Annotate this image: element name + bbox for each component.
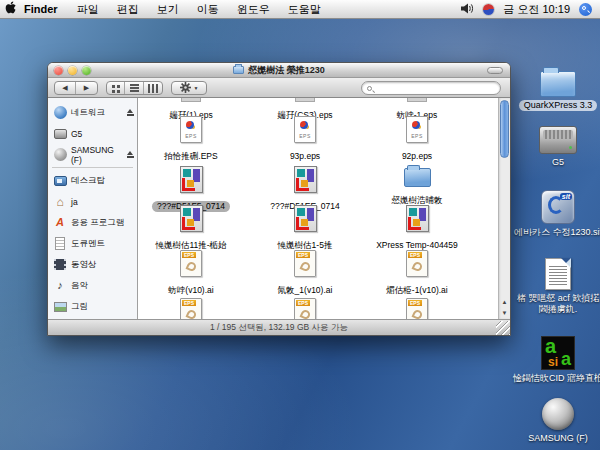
apple-menu[interactable] (0, 0, 22, 19)
desktop-icon-samsung[interactable]: SAMSUNG (F) (516, 398, 600, 444)
applications-icon: A (53, 216, 67, 230)
file-item[interactable]: EPS 93p.eps (253, 116, 357, 163)
quark-document-icon (294, 205, 317, 232)
clipped-file-icon (295, 98, 315, 102)
sidebar-item-g5[interactable]: G5 (48, 123, 137, 144)
scroll-up-arrow[interactable]: ▲ (502, 297, 508, 308)
list-view-icon (130, 84, 139, 86)
desktop-icon-label: 楮 煚嗈惄 acf 欫揁掿 閪捲虜釚. (514, 293, 600, 315)
hard-drive-icon (539, 126, 577, 154)
desktop-icon-label: 惍鍻恄欥CID 寣䋫直栣 (513, 373, 600, 384)
window-status-bar: 1 / 195 선택됨, 132.19 GB 사용 가능 (48, 319, 510, 335)
menu-go[interactable]: 이동 (188, 0, 228, 19)
window-title: 惄嬔樹法 榮推1230 (248, 64, 325, 77)
illustrator-eps-icon: EPS (180, 250, 202, 277)
titlebar-folder-icon (233, 66, 244, 74)
menu-view[interactable]: 보기 (148, 0, 188, 19)
file-item[interactable]: XPress Temp-404459 (365, 205, 469, 252)
sidebar-item-pictures[interactable]: 그림 (48, 296, 137, 317)
folder-icon (540, 71, 576, 97)
desktop-icon-cid-font[interactable]: asia 惍鍻恄欥CID 寣䋫直栣 (516, 336, 600, 384)
column-view-button[interactable] (144, 82, 162, 94)
forward-button[interactable]: ▶ (76, 82, 97, 94)
music-icon: ♪ (53, 279, 67, 293)
file-item[interactable]: EPS (365, 298, 469, 319)
menu-file[interactable]: 파일 (68, 0, 108, 19)
sidebar-label: 응용 프로그램 (71, 217, 124, 229)
icon-view-button[interactable] (107, 82, 125, 94)
sidebar-item-samsung[interactable]: SAMSUNG (F) (48, 144, 137, 165)
minimize-button[interactable] (68, 66, 77, 75)
gear-icon (180, 79, 191, 97)
search-input[interactable] (372, 83, 482, 93)
file-item[interactable]: 憢嬔樹估11推-楯始 (139, 205, 243, 252)
sidebar-label: SAMSUNG (F) (71, 145, 123, 165)
file-item[interactable]: 憢嬔樹估1-5推 (253, 205, 357, 252)
status-text: 1 / 195 선택됨, 132.19 GB 사용 가능 (210, 322, 348, 334)
desktop-icon-acf-document[interactable]: 楮 煚嗈惄 acf 欫揁掿 閪捲虜釚. (516, 258, 600, 315)
eps-file-icon: EPS (294, 116, 316, 143)
finder-window: 惄嬔樹法 榮推1230 ◀ ▶ ▼ (47, 62, 511, 336)
desktop-icon (53, 174, 67, 188)
file-item[interactable]: EPS (253, 298, 357, 319)
menu-edit[interactable]: 편집 (108, 0, 148, 19)
input-source-korean-flag-icon[interactable] (483, 4, 494, 15)
file-label: 拍恰推硎.EPS (159, 151, 222, 162)
desktop-icon-quarkxpress[interactable]: QuarkXPress 3.3 (516, 66, 600, 111)
sidebar-label: 그림 (71, 301, 88, 313)
resize-grip[interactable] (496, 321, 510, 335)
documents-icon (53, 237, 67, 251)
action-gear-button[interactable]: ▼ (171, 81, 207, 95)
file-list-area[interactable]: 媏孖(1).eps 媏孖(CS3).eps 蚄哱-1.eps EPS 拍恰推硎.… (138, 98, 510, 319)
window-titlebar[interactable]: 惄嬔樹法 榮推1230 (48, 63, 510, 78)
sidebar-item-documents[interactable]: 도큐멘트 (48, 233, 137, 254)
spotlight-icon[interactable] (579, 3, 592, 16)
file-item[interactable]: EPS (139, 298, 243, 319)
sidebar-item-applications[interactable]: A 응용 프로그램 (48, 212, 137, 233)
stuffit-archive-icon: sit (541, 190, 575, 224)
sidebar-item-home[interactable]: ⌂ ja (48, 191, 137, 212)
menu-bar-clock[interactable]: 금 오전 10:19 (503, 2, 570, 17)
file-item[interactable]: EPS 氝敇_1(v10).ai (253, 250, 357, 297)
sidebar-label: 동영상 (71, 259, 97, 271)
file-item[interactable]: EPS 92p.eps (365, 116, 469, 163)
icon-view-icon (112, 85, 115, 88)
desktop-icon-label: 에바카스 수정1230.sit (514, 227, 600, 238)
file-item[interactable]: EPS 煝估栕-1(v10).ai (365, 250, 469, 297)
sidebar-label: ja (71, 197, 78, 207)
sidebar-item-desktop[interactable]: 데스크탑 (48, 170, 137, 191)
text-document-icon (545, 258, 571, 290)
file-item[interactable]: EPS 拍恰推硎.EPS (139, 116, 243, 163)
vertical-scrollbar[interactable]: ▲ ▼ (498, 98, 510, 319)
file-item[interactable]: EPS 蚄哱(v10).ai (139, 250, 243, 297)
scroll-down-arrow[interactable]: ▼ (502, 308, 508, 319)
list-view-button[interactable] (125, 82, 143, 94)
menu-help[interactable]: 도움말 (279, 0, 330, 19)
desktop-icon-sit-archive[interactable]: sit 에바카스 수정1230.sit (516, 190, 600, 238)
menu-window[interactable]: 윈도우 (228, 0, 279, 19)
desktop-icon-g5[interactable]: G5 (516, 126, 600, 168)
eject-icon[interactable] (126, 109, 134, 116)
search-field[interactable] (361, 81, 501, 95)
file-label: 煝估栕-1(v10).ai (381, 285, 452, 296)
sidebar-item-movies[interactable]: 동영상 (48, 254, 137, 275)
close-button[interactable] (54, 66, 63, 75)
file-label: 氝敇_1(v10).ai (273, 285, 338, 296)
menu-finder[interactable]: Finder (22, 0, 68, 19)
external-drive-icon (542, 398, 574, 430)
file-label: 蚄哱(v10).ai (163, 285, 218, 296)
zoom-button[interactable] (82, 66, 91, 75)
file-item[interactable]: 惄嬔樹浩晡敇 (365, 162, 469, 207)
eject-icon[interactable] (127, 151, 134, 158)
toolbar-toggle-pill[interactable] (487, 67, 503, 74)
illustrator-eps-icon: EPS (406, 250, 428, 277)
back-button[interactable]: ◀ (55, 82, 76, 94)
sidebar-item-network[interactable]: 네트워크 (48, 102, 137, 123)
clipped-file-icon (181, 98, 201, 102)
file-label: 93p.eps (285, 151, 325, 162)
sidebar-label: 음악 (71, 280, 88, 292)
volume-icon[interactable] (461, 3, 474, 16)
scrollbar-thumb[interactable] (500, 100, 509, 158)
pictures-icon (53, 300, 67, 314)
sidebar-item-music[interactable]: ♪ 음악 (48, 275, 137, 296)
